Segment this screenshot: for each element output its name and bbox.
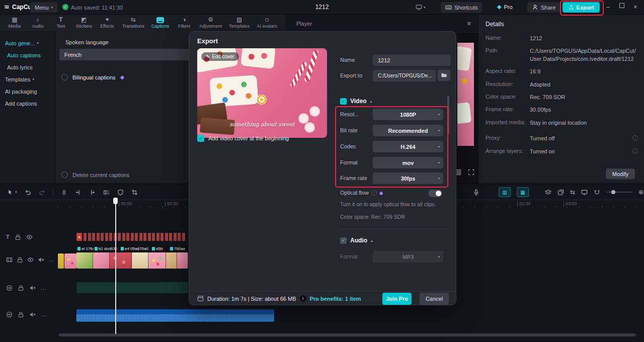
undo-button[interactable] (25, 189, 31, 196)
playhead-line[interactable] (115, 199, 116, 334)
sidebar-item-auto-lyrics[interactable]: Auto lyrics (0, 61, 55, 73)
mute-icon[interactable] (38, 256, 44, 263)
layers-icon[interactable] (545, 189, 551, 196)
clip-thumbnail[interactable] (148, 252, 166, 269)
snap-magnet-icon[interactable] (594, 189, 600, 196)
bitrate-select[interactable]: Recommended▾ (373, 125, 443, 136)
maximize-button[interactable] (619, 2, 624, 10)
tab-effects[interactable]: ✦Effects (96, 17, 119, 29)
sidebar-item-auto-captions[interactable]: Auto captions (0, 49, 55, 61)
caption-block[interactable] (135, 233, 138, 241)
caption-block[interactable] (156, 233, 159, 241)
shortcuts-button[interactable]: Shortcuts (441, 2, 482, 13)
caption-block[interactable] (105, 233, 108, 241)
info-icon[interactable]: i (300, 295, 306, 302)
codec-select[interactable]: H.264▾ (373, 141, 443, 152)
zoom-slider[interactable] (606, 192, 632, 193)
tab-media[interactable]: ▦Media (3, 17, 26, 29)
eye-icon[interactable] (26, 234, 33, 240)
caption-block[interactable] (84, 233, 87, 241)
caption-block[interactable] (174, 233, 177, 241)
delete-captions-row[interactable]: Delete current captions (61, 172, 129, 178)
timeline-scrollbar-thumb[interactable] (59, 333, 635, 336)
caption-block[interactable] (122, 233, 125, 241)
lock-icon[interactable] (18, 311, 24, 318)
caption-block[interactable] (152, 233, 155, 241)
folder-button[interactable] (438, 69, 450, 81)
cancel-button[interactable]: Cancel (420, 293, 449, 305)
more-options-icon[interactable]: … (41, 311, 47, 317)
player-menu-icon[interactable]: ≡ (467, 20, 471, 27)
add-cover-checkbox[interactable]: ✓ (197, 135, 204, 142)
edit-cover-button[interactable]: ✎ Edit cover (201, 52, 239, 61)
audio-section-checkbox[interactable]: ✓ (340, 237, 347, 244)
caption-block[interactable] (143, 233, 146, 241)
lock-icon[interactable] (15, 234, 21, 240)
caption-block[interactable] (126, 233, 129, 241)
info-icon[interactable]: i (632, 135, 638, 141)
add-cover-row[interactable]: ✓ Add video cover at the beginning (197, 135, 289, 142)
split-button[interactable] (61, 189, 67, 196)
frame-rate-select[interactable]: 30fps▾ (373, 173, 443, 184)
eye-icon[interactable] (27, 256, 34, 263)
fullscreen-icon[interactable] (468, 169, 474, 176)
caption-block[interactable] (88, 233, 91, 241)
tab-captions[interactable]: Captions (148, 17, 173, 29)
share-button[interactable]: Share (527, 2, 560, 13)
tab-templates[interactable]: ▧Templates (225, 17, 253, 29)
caption-block[interactable] (182, 233, 185, 241)
caption-block[interactable] (178, 233, 181, 241)
caption-block[interactable] (92, 233, 95, 241)
video-track-clips[interactable]: el 1764 b1 dcd63c e4 05a870a0 d5b 760ae (76, 245, 188, 269)
select-tool-button[interactable]: ▾ (7, 189, 17, 196)
export-button[interactable]: Export (562, 2, 600, 13)
modify-button[interactable]: Modify (606, 168, 635, 179)
audio-format-select[interactable]: MP3▾ (373, 251, 443, 263)
delete-left-button[interactable] (75, 189, 82, 196)
smart-tool-icon-1[interactable]: ▥ (499, 187, 511, 197)
caption-block[interactable] (118, 233, 121, 241)
tab-stickers[interactable]: ◩Stickers (72, 17, 96, 29)
bilingual-captions-row[interactable]: Bilingual captions ◆ (61, 74, 124, 80)
display-mode-icon[interactable]: ▾ (416, 4, 426, 11)
cover-preview[interactable]: ✎ Edit cover something about sweet (197, 48, 327, 138)
more-options-icon[interactable]: … (48, 256, 54, 263)
caption-block[interactable] (131, 233, 134, 241)
playhead-handle[interactable] (113, 198, 118, 204)
delete-captions-checkbox[interactable] (61, 172, 68, 178)
tab-text[interactable]: TText (49, 17, 72, 29)
caption-block[interactable] (165, 233, 168, 241)
record-voiceover-icon[interactable] (473, 189, 479, 196)
clip-fragment-thumbnail[interactable] (64, 253, 76, 269)
join-pro-button[interactable]: Join Pro (382, 293, 412, 305)
info-icon[interactable]: i (371, 190, 377, 196)
caption-block[interactable] (109, 233, 112, 241)
lock-icon[interactable] (17, 256, 23, 263)
zoom-slider-knob[interactable] (611, 190, 615, 194)
caption-block[interactable] (148, 233, 151, 241)
sidebar-item-templates[interactable]: Templates▾ (0, 73, 55, 86)
copy-icon[interactable] (557, 189, 564, 196)
info-icon[interactable]: i (632, 148, 638, 154)
delete-right-button[interactable] (89, 189, 96, 196)
sidebar-item-add-captions[interactable]: Add captions (0, 98, 55, 110)
sidebar-item-auto-generate[interactable]: Auto gene...▾ (0, 37, 55, 49)
minimize-button[interactable]: – (606, 3, 610, 11)
preview-quality-icon[interactable] (581, 189, 588, 196)
dialog-scrollbar-thumb[interactable] (447, 96, 449, 134)
bilingual-checkbox[interactable] (61, 74, 68, 80)
crop-button[interactable] (131, 189, 138, 196)
music-track-clip[interactable] (76, 282, 188, 293)
mask-button[interactable] (117, 189, 124, 196)
sidebar-item-ai-packaging[interactable]: AI packaging (0, 86, 55, 98)
collapse-icon[interactable]: ▴ (370, 99, 372, 104)
close-button[interactable]: × (633, 3, 637, 11)
clip-thumbnail[interactable] (76, 252, 93, 269)
tab-filters[interactable]: ◑Filters (173, 17, 196, 29)
caption-block[interactable] (160, 233, 164, 241)
more-options-icon[interactable]: … (41, 285, 47, 291)
format-select[interactable]: mov▾ (373, 157, 443, 168)
clip-thumbnail[interactable] (166, 252, 177, 269)
export-path-input[interactable]: C:/Users/TOPGUS/De... (373, 70, 436, 81)
caption-block[interactable] (169, 233, 172, 241)
